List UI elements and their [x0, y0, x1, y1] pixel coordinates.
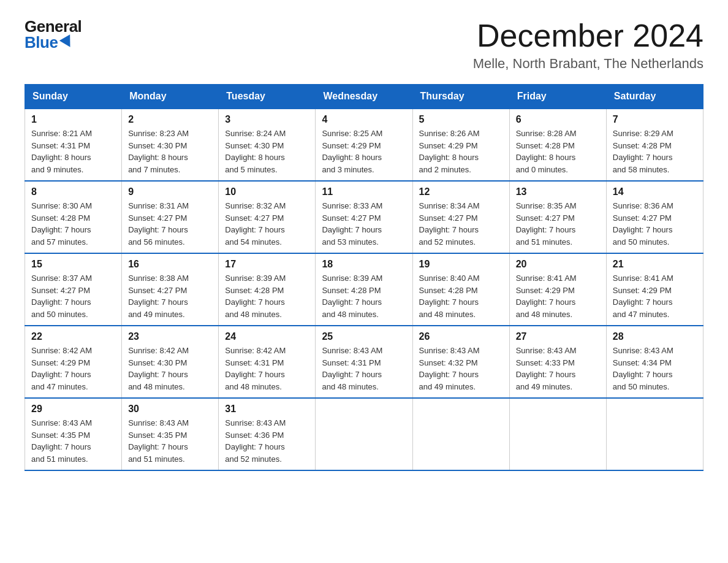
calendar-day-cell: 4Sunrise: 8:25 AM Sunset: 4:29 PM Daylig…	[316, 109, 412, 181]
day-of-week-header: Monday	[122, 85, 219, 109]
calendar-day-cell: 16Sunrise: 8:38 AM Sunset: 4:27 PM Dayli…	[122, 253, 219, 326]
day-number: 5	[419, 114, 503, 125]
calendar-day-cell: 5Sunrise: 8:26 AM Sunset: 4:29 PM Daylig…	[412, 109, 509, 181]
day-info: Sunrise: 8:40 AM Sunset: 4:28 PM Dayligh…	[419, 272, 503, 320]
day-info: Sunrise: 8:32 AM Sunset: 4:27 PM Dayligh…	[225, 200, 309, 248]
day-of-week-header: Saturday	[606, 85, 703, 109]
day-of-week-header: Thursday	[412, 85, 509, 109]
day-info: Sunrise: 8:42 AM Sunset: 4:29 PM Dayligh…	[31, 345, 115, 393]
day-number: 4	[322, 114, 406, 125]
calendar-day-cell: 25Sunrise: 8:43 AM Sunset: 4:31 PM Dayli…	[316, 326, 412, 398]
day-number: 12	[419, 186, 503, 197]
calendar-day-cell: 7Sunrise: 8:29 AM Sunset: 4:28 PM Daylig…	[606, 109, 703, 181]
calendar-day-cell: 8Sunrise: 8:30 AM Sunset: 4:28 PM Daylig…	[25, 181, 122, 253]
calendar-day-cell	[606, 398, 703, 470]
day-number: 20	[516, 259, 600, 270]
day-number: 27	[516, 331, 600, 342]
day-info: Sunrise: 8:37 AM Sunset: 4:27 PM Dayligh…	[31, 272, 115, 320]
page-header: General Blue December 2024 Melle, North …	[25, 18, 703, 72]
calendar-day-cell: 28Sunrise: 8:43 AM Sunset: 4:34 PM Dayli…	[606, 326, 703, 398]
day-of-week-header: Tuesday	[219, 85, 316, 109]
calendar-day-cell: 13Sunrise: 8:35 AM Sunset: 4:27 PM Dayli…	[509, 181, 606, 253]
day-info: Sunrise: 8:41 AM Sunset: 4:29 PM Dayligh…	[613, 272, 697, 320]
calendar-day-cell: 14Sunrise: 8:36 AM Sunset: 4:27 PM Dayli…	[606, 181, 703, 253]
day-number: 13	[516, 186, 600, 197]
day-number: 19	[419, 259, 503, 270]
day-number: 10	[225, 186, 309, 197]
day-info: Sunrise: 8:43 AM Sunset: 4:32 PM Dayligh…	[419, 345, 503, 393]
calendar-day-cell: 24Sunrise: 8:42 AM Sunset: 4:31 PM Dayli…	[219, 326, 316, 398]
calendar-day-cell: 30Sunrise: 8:43 AM Sunset: 4:35 PM Dayli…	[122, 398, 219, 470]
calendar-day-cell: 9Sunrise: 8:31 AM Sunset: 4:27 PM Daylig…	[122, 181, 219, 253]
day-info: Sunrise: 8:29 AM Sunset: 4:28 PM Dayligh…	[613, 128, 697, 175]
calendar-week-row: 15Sunrise: 8:37 AM Sunset: 4:27 PM Dayli…	[25, 253, 703, 326]
calendar-day-cell: 20Sunrise: 8:41 AM Sunset: 4:29 PM Dayli…	[509, 253, 606, 326]
logo-general-text: General	[25, 18, 82, 34]
calendar-day-cell	[316, 398, 412, 470]
day-number: 3	[225, 114, 309, 125]
location-subtitle: Melle, North Brabant, The Netherlands	[473, 56, 703, 72]
calendar-day-cell: 17Sunrise: 8:39 AM Sunset: 4:28 PM Dayli…	[219, 253, 316, 326]
day-of-week-header: Wednesday	[316, 85, 412, 109]
day-info: Sunrise: 8:33 AM Sunset: 4:27 PM Dayligh…	[322, 200, 406, 248]
day-number: 14	[613, 186, 697, 197]
day-info: Sunrise: 8:39 AM Sunset: 4:28 PM Dayligh…	[322, 272, 406, 320]
day-number: 25	[322, 331, 406, 342]
calendar-day-cell: 22Sunrise: 8:42 AM Sunset: 4:29 PM Dayli…	[25, 326, 122, 398]
day-info: Sunrise: 8:43 AM Sunset: 4:36 PM Dayligh…	[225, 417, 309, 465]
calendar-day-cell: 29Sunrise: 8:43 AM Sunset: 4:35 PM Dayli…	[25, 398, 122, 470]
day-number: 1	[31, 114, 115, 125]
calendar-day-cell: 6Sunrise: 8:28 AM Sunset: 4:28 PM Daylig…	[509, 109, 606, 181]
day-number: 30	[128, 404, 212, 415]
month-year-title: December 2024	[473, 18, 703, 53]
calendar-day-cell: 26Sunrise: 8:43 AM Sunset: 4:32 PM Dayli…	[412, 326, 509, 398]
calendar-day-cell	[412, 398, 509, 470]
day-number: 6	[516, 114, 600, 125]
logo: General Blue	[25, 18, 82, 50]
calendar-day-cell: 27Sunrise: 8:43 AM Sunset: 4:33 PM Dayli…	[509, 326, 606, 398]
title-area: December 2024 Melle, North Brabant, The …	[473, 18, 703, 72]
calendar-day-cell: 12Sunrise: 8:34 AM Sunset: 4:27 PM Dayli…	[412, 181, 509, 253]
calendar-body: 1Sunrise: 8:21 AM Sunset: 4:31 PM Daylig…	[25, 109, 703, 470]
day-of-week-header: Friday	[509, 85, 606, 109]
day-info: Sunrise: 8:43 AM Sunset: 4:35 PM Dayligh…	[128, 417, 212, 465]
day-info: Sunrise: 8:34 AM Sunset: 4:27 PM Dayligh…	[419, 200, 503, 248]
day-info: Sunrise: 8:38 AM Sunset: 4:27 PM Dayligh…	[128, 272, 212, 320]
day-info: Sunrise: 8:42 AM Sunset: 4:30 PM Dayligh…	[128, 345, 212, 393]
day-number: 2	[128, 114, 212, 125]
day-number: 22	[31, 331, 115, 342]
day-info: Sunrise: 8:25 AM Sunset: 4:29 PM Dayligh…	[322, 128, 406, 175]
day-number: 31	[225, 404, 309, 415]
day-number: 29	[31, 404, 115, 415]
day-info: Sunrise: 8:24 AM Sunset: 4:30 PM Dayligh…	[225, 128, 309, 175]
day-number: 28	[613, 331, 697, 342]
day-info: Sunrise: 8:41 AM Sunset: 4:29 PM Dayligh…	[516, 272, 600, 320]
calendar-table: SundayMondayTuesdayWednesdayThursdayFrid…	[25, 84, 703, 471]
day-number: 9	[128, 186, 212, 197]
day-number: 26	[419, 331, 503, 342]
day-info: Sunrise: 8:21 AM Sunset: 4:31 PM Dayligh…	[31, 128, 115, 175]
calendar-week-row: 29Sunrise: 8:43 AM Sunset: 4:35 PM Dayli…	[25, 398, 703, 470]
calendar-day-cell: 19Sunrise: 8:40 AM Sunset: 4:28 PM Dayli…	[412, 253, 509, 326]
calendar-day-cell: 31Sunrise: 8:43 AM Sunset: 4:36 PM Dayli…	[219, 398, 316, 470]
day-number: 23	[128, 331, 212, 342]
day-info: Sunrise: 8:31 AM Sunset: 4:27 PM Dayligh…	[128, 200, 212, 248]
day-info: Sunrise: 8:39 AM Sunset: 4:28 PM Dayligh…	[225, 272, 309, 320]
calendar-day-cell: 11Sunrise: 8:33 AM Sunset: 4:27 PM Dayli…	[316, 181, 412, 253]
day-info: Sunrise: 8:43 AM Sunset: 4:34 PM Dayligh…	[613, 345, 697, 393]
logo-blue-text: Blue	[25, 34, 82, 50]
calendar-day-cell: 2Sunrise: 8:23 AM Sunset: 4:30 PM Daylig…	[122, 109, 219, 181]
day-number: 24	[225, 331, 309, 342]
day-number: 17	[225, 259, 309, 270]
day-number: 11	[322, 186, 406, 197]
calendar-day-cell: 3Sunrise: 8:24 AM Sunset: 4:30 PM Daylig…	[219, 109, 316, 181]
day-number: 16	[128, 259, 212, 270]
header-row: SundayMondayTuesdayWednesdayThursdayFrid…	[25, 85, 703, 109]
calendar-header: SundayMondayTuesdayWednesdayThursdayFrid…	[25, 85, 703, 109]
logo-triangle-icon	[59, 34, 75, 50]
day-info: Sunrise: 8:43 AM Sunset: 4:35 PM Dayligh…	[31, 417, 115, 465]
calendar-week-row: 1Sunrise: 8:21 AM Sunset: 4:31 PM Daylig…	[25, 109, 703, 181]
calendar-day-cell	[509, 398, 606, 470]
day-info: Sunrise: 8:42 AM Sunset: 4:31 PM Dayligh…	[225, 345, 309, 393]
calendar-day-cell: 1Sunrise: 8:21 AM Sunset: 4:31 PM Daylig…	[25, 109, 122, 181]
